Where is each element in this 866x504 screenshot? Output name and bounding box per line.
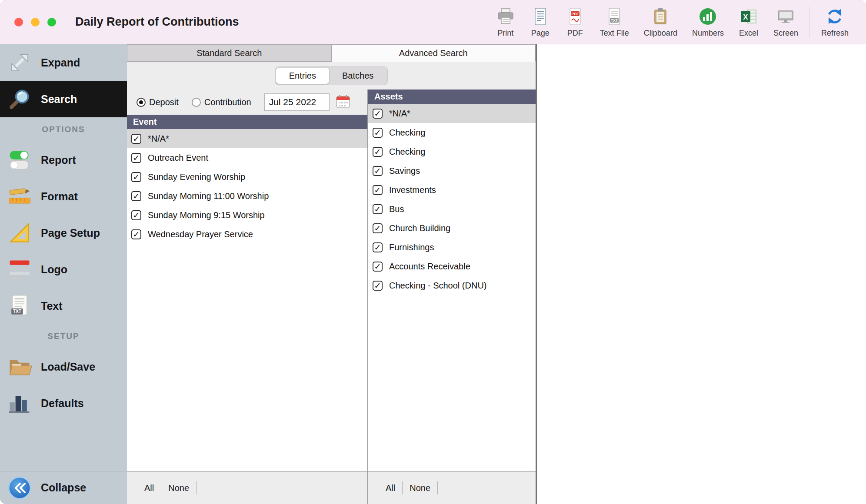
assets-list-item[interactable]: *N/A* bbox=[368, 104, 536, 123]
tab-advanced-search[interactable]: Advanced Search bbox=[332, 44, 536, 62]
event-list-item[interactable]: *N/A* bbox=[127, 129, 367, 148]
folder-icon bbox=[5, 352, 34, 381]
sidebar-item-load-save[interactable]: Load/Save bbox=[0, 348, 127, 385]
event-none-button[interactable]: None bbox=[161, 481, 196, 495]
event-item-label: Sunday Morning 11:00 Worship bbox=[148, 191, 269, 201]
sidebar-item-collapse[interactable]: Collapse bbox=[0, 471, 127, 504]
assets-list-item[interactable]: Checking bbox=[368, 142, 536, 161]
screen-button[interactable]: Screen bbox=[768, 7, 803, 38]
tab-standard-search[interactable]: Standard Search bbox=[127, 44, 332, 62]
assets-item-label: Accounts Receivable bbox=[389, 262, 470, 272]
calendar-icon bbox=[336, 94, 350, 110]
event-all-button[interactable]: All bbox=[137, 481, 161, 495]
checkbox-icon[interactable] bbox=[131, 172, 141, 182]
assets-all-button[interactable]: All bbox=[379, 481, 402, 495]
event-list-item[interactable]: Sunday Evening Worship bbox=[127, 167, 367, 186]
checkbox-icon[interactable] bbox=[131, 229, 141, 239]
assets-item-label: Checking bbox=[389, 128, 425, 138]
refresh-button[interactable]: Refresh bbox=[816, 7, 854, 38]
entries-batches-segmented-control: Entries Batches bbox=[275, 66, 388, 85]
clipboard-icon bbox=[650, 7, 670, 27]
page-icon bbox=[530, 7, 550, 27]
event-list-item[interactable]: Outreach Event bbox=[127, 148, 367, 167]
checkbox-icon[interactable] bbox=[373, 223, 383, 233]
page-button[interactable]: Page bbox=[525, 7, 556, 38]
close-button[interactable] bbox=[14, 18, 23, 27]
printer-icon bbox=[496, 7, 516, 27]
numbers-label: Numbers bbox=[692, 29, 724, 38]
checkbox-icon[interactable] bbox=[373, 166, 383, 176]
assets-none-button[interactable]: None bbox=[403, 481, 437, 495]
assets-list-item[interactable]: Accounts Receivable bbox=[368, 257, 536, 276]
sidebar-item-report[interactable]: Report bbox=[0, 142, 127, 178]
text-file-button[interactable]: TXT Text File bbox=[595, 7, 634, 38]
event-item-label: Sunday Evening Worship bbox=[148, 172, 245, 182]
excel-button[interactable]: X Excel bbox=[733, 7, 764, 38]
divider bbox=[437, 481, 438, 494]
text-label: Text bbox=[41, 300, 63, 312]
window-body: Expand Search OPTIONS Report Format bbox=[0, 44, 866, 504]
assets-item-label: Savings bbox=[389, 166, 420, 176]
print-button[interactable]: Print bbox=[490, 7, 521, 38]
checkbox-icon[interactable] bbox=[131, 191, 141, 201]
assets-list-item[interactable]: Investments bbox=[368, 180, 536, 199]
sidebar-item-page-setup[interactable]: Page Setup bbox=[0, 215, 127, 251]
screen-label: Screen bbox=[773, 29, 798, 38]
calendar-button[interactable] bbox=[335, 94, 351, 110]
checkbox-icon[interactable] bbox=[373, 185, 383, 195]
defaults-icon bbox=[5, 389, 34, 418]
search-icon bbox=[5, 85, 34, 113]
assets-list-item[interactable]: Checking - School (DNU) bbox=[368, 276, 536, 295]
checkbox-icon[interactable] bbox=[373, 204, 383, 214]
numbers-icon bbox=[698, 7, 718, 27]
assets-list-item[interactable]: Church Building bbox=[368, 219, 536, 238]
sidebar-item-defaults[interactable]: Defaults bbox=[0, 385, 127, 421]
sidebar-item-search[interactable]: Search bbox=[0, 81, 127, 117]
pdf-button[interactable]: PDF PDF bbox=[560, 7, 590, 38]
search-tabbar: Standard Search Advanced Search bbox=[127, 44, 536, 62]
load-save-label: Load/Save bbox=[41, 361, 95, 373]
minimize-button[interactable] bbox=[31, 18, 40, 27]
traffic-lights bbox=[14, 18, 56, 27]
segment-entries[interactable]: Entries bbox=[276, 68, 329, 84]
excel-label: Excel bbox=[739, 29, 758, 38]
numbers-button[interactable]: Numbers bbox=[687, 7, 729, 38]
page-setup-label: Page Setup bbox=[41, 227, 100, 239]
sidebar-item-format[interactable]: Format bbox=[0, 178, 127, 215]
event-list-item[interactable]: Sunday Morning 9:15 Worship bbox=[127, 206, 367, 225]
assets-list-item[interactable]: Checking bbox=[368, 123, 536, 142]
checkbox-icon[interactable] bbox=[131, 134, 141, 144]
date-input[interactable] bbox=[264, 93, 330, 111]
assets-item-label: Bus bbox=[389, 204, 404, 214]
assets-list-item[interactable]: Furnishings bbox=[368, 238, 536, 257]
event-list-item[interactable]: Wednesday Prayer Service bbox=[127, 225, 367, 244]
checkbox-icon[interactable] bbox=[373, 242, 383, 252]
event-list-item[interactable]: Sunday Morning 11:00 Worship bbox=[127, 186, 367, 206]
checkbox-icon[interactable] bbox=[131, 153, 141, 163]
event-panel-header: Event bbox=[127, 115, 367, 129]
zoom-button[interactable] bbox=[47, 18, 56, 27]
checkbox-icon[interactable] bbox=[373, 128, 383, 138]
checkbox-icon[interactable] bbox=[373, 109, 383, 119]
checkbox-icon[interactable] bbox=[373, 262, 383, 272]
sidebar-item-expand[interactable]: Expand bbox=[0, 44, 127, 81]
format-label: Format bbox=[41, 190, 78, 203]
contribution-radio[interactable]: Contribution bbox=[192, 97, 251, 107]
checkbox-icon[interactable] bbox=[131, 210, 141, 220]
checkbox-icon[interactable] bbox=[373, 281, 383, 291]
pdf-icon: PDF bbox=[565, 7, 585, 27]
clipboard-button[interactable]: Clipboard bbox=[639, 7, 683, 38]
event-list-footer: All None bbox=[127, 472, 367, 504]
segment-batches[interactable]: Batches bbox=[329, 68, 386, 84]
setup-section-header: SETUP bbox=[0, 324, 127, 348]
sidebar-item-text[interactable]: TXT Text bbox=[0, 288, 127, 324]
divider bbox=[196, 481, 197, 494]
assets-list-item[interactable]: Savings bbox=[368, 161, 536, 180]
format-icon bbox=[5, 182, 34, 211]
checkbox-icon[interactable] bbox=[373, 147, 383, 157]
assets-item-label: Furnishings bbox=[389, 242, 434, 252]
sidebar-item-logo[interactable]: Logo bbox=[0, 251, 127, 288]
deposit-radio[interactable]: Deposit bbox=[137, 97, 179, 107]
svg-text:TXT: TXT bbox=[13, 309, 22, 314]
assets-list-item[interactable]: Bus bbox=[368, 199, 536, 219]
